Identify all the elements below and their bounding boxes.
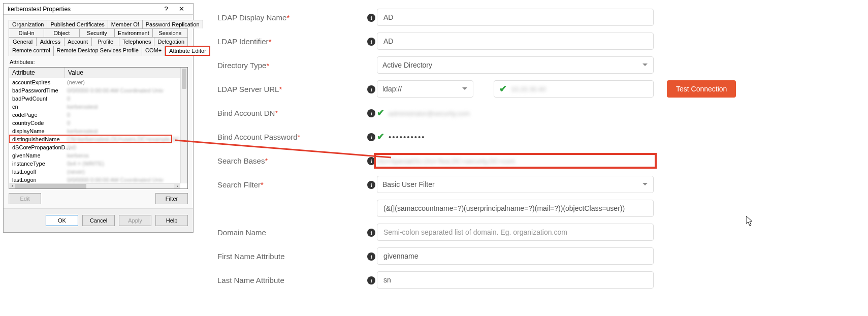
tab-account[interactable]: Account: [65, 37, 92, 46]
chevron-left-icon[interactable]: ‹: [9, 184, 15, 189]
url-scheme-select[interactable]: ldap://: [377, 80, 473, 98]
attr-row[interactable]: accountExpires(never): [9, 78, 187, 86]
tab-telephones[interactable]: Telephones: [119, 37, 154, 46]
attr-row[interactable]: givenNamekerberos: [9, 151, 187, 160]
info-icon[interactable]: i: [367, 276, 375, 285]
attribute-list[interactable]: Attribute Value accountExpires(never)bad…: [9, 67, 188, 189]
attr-value: 0/0/0000 0:00:00 AM Coordinated Univ: [65, 176, 187, 184]
info-icon[interactable]: i: [367, 109, 375, 117]
attr-row[interactable]: lastLogoff(never): [9, 168, 187, 176]
title-bar[interactable]: kerberostest Properties ? ✕: [4, 4, 193, 15]
info-icon[interactable]: i: [367, 133, 375, 141]
ldap-config-form: LDAP Display Name* i LDAP Identifier* i …: [208, 6, 858, 293]
chevron-right-icon[interactable]: ›: [174, 184, 180, 189]
attr-value: kerberostest: [65, 103, 187, 111]
tab-object[interactable]: Object: [44, 28, 79, 37]
attr-value: CN=kerberostest,OU=users,DC=example,DC: [65, 135, 187, 143]
ok-button[interactable]: OK: [46, 215, 78, 226]
tab-published-certificates[interactable]: Published Certificates: [47, 20, 108, 28]
attr-value: (never): [65, 78, 187, 86]
label-dir-type: Directory Type: [217, 61, 266, 70]
attr-row[interactable]: distinguishedNameCN=kerberostest,OU=user…: [9, 135, 187, 143]
attr-name: badPwdCount: [9, 94, 65, 103]
close-icon[interactable]: ✕: [174, 5, 189, 13]
identifier-input[interactable]: [377, 33, 654, 50]
info-icon[interactable]: i: [367, 157, 375, 165]
label-bind-pw: Bind Account Password: [217, 133, 298, 141]
attr-value: 0x0: [65, 143, 187, 151]
test-connection-button[interactable]: Test Connection: [667, 80, 736, 98]
tab-sessions[interactable]: Sessions: [153, 28, 188, 37]
tab-password-replication[interactable]: Password Replication: [143, 20, 203, 28]
tab-environment[interactable]: Environment: [115, 28, 153, 37]
cancel-button[interactable]: Cancel: [82, 215, 115, 226]
attr-row[interactable]: countryCode0: [9, 119, 187, 127]
attr-row[interactable]: dSCorePropagationD...0x0: [9, 143, 187, 151]
properties-dialog: kerberostest Properties ? ✕ Organization…: [3, 3, 194, 233]
attributes-label: Attributes:: [10, 59, 188, 65]
label-first-name: First Name Attribute: [217, 252, 285, 261]
bind-pw-input[interactable]: ✔••••••••••: [377, 131, 654, 142]
attr-row[interactable]: badPasswordTime0/0/0000 0:00:00 AM Coord…: [9, 86, 187, 94]
filter-button[interactable]: Filter: [155, 193, 188, 204]
attr-row[interactable]: displayNamekerberostest: [9, 127, 187, 135]
tab-organization[interactable]: Organization: [9, 20, 47, 28]
tab-remote-control[interactable]: Remote control: [9, 46, 54, 56]
tab-strip: OrganizationPublished CertificatesMember…: [9, 20, 188, 56]
attr-value: kerberostest: [65, 127, 187, 135]
attr-name: lastLogon: [9, 176, 65, 184]
info-icon[interactable]: i: [367, 181, 375, 189]
attr-row[interactable]: cnkerberostest: [9, 103, 187, 111]
attr-row[interactable]: lastLogon0/0/0000 0:00:00 AM Coordinated…: [9, 176, 187, 184]
search-bases-input[interactable]: OU=SpecialOU,OU=Test,DC=security,DC=com: [377, 156, 654, 165]
help-icon[interactable]: ?: [158, 5, 174, 13]
edit-button[interactable]: Edit: [9, 193, 41, 204]
tab-delegation[interactable]: Delegation: [154, 37, 188, 46]
tab-profile[interactable]: Profile: [92, 37, 119, 46]
last-name-input[interactable]: [377, 271, 654, 289]
tab-address[interactable]: Address: [37, 37, 64, 46]
attr-row[interactable]: instanceType0x4 = (WRITE): [9, 160, 187, 168]
scrollbar-horizontal[interactable]: ‹ ›: [9, 183, 180, 188]
attr-row[interactable]: badPwdCount0: [9, 94, 187, 103]
info-icon[interactable]: i: [367, 14, 375, 22]
tab-dial-in[interactable]: Dial-in: [9, 28, 44, 37]
domain-input[interactable]: [377, 224, 654, 241]
tab-security[interactable]: Security: [80, 28, 115, 37]
attr-value: 0: [65, 111, 187, 119]
search-filter-select[interactable]: Basic User Filter: [377, 176, 654, 193]
tab-member-of[interactable]: Member Of: [108, 20, 143, 28]
attr-name: instanceType: [9, 160, 65, 168]
check-icon: ✔: [499, 83, 507, 94]
attr-value: 0x4 = (WRITE): [65, 160, 187, 168]
apply-button[interactable]: Apply: [119, 215, 151, 226]
info-icon[interactable]: i: [367, 229, 375, 237]
directory-type-select[interactable]: Active Directory: [377, 56, 654, 74]
first-name-input[interactable]: [377, 247, 654, 265]
attr-row[interactable]: codePage0: [9, 111, 187, 119]
tab-remote-desktop-services-profile[interactable]: Remote Desktop Services Profile: [54, 46, 142, 56]
filter-expression-input[interactable]: [377, 200, 654, 217]
server-host-input[interactable]: ✔10.20.30.40: [494, 80, 654, 98]
attr-value: 0: [65, 119, 187, 127]
attr-name: accountExpires: [9, 78, 65, 86]
attr-name: countryCode: [9, 119, 65, 127]
tab-attribute-editor[interactable]: Attribute Editor: [165, 46, 210, 56]
help-button[interactable]: Help: [155, 215, 188, 226]
label-display-name: LDAP Display Name: [217, 13, 286, 22]
scrollbar-vertical[interactable]: [180, 68, 187, 183]
label-server-url: LDAP Server URL: [217, 85, 279, 93]
info-icon[interactable]: i: [367, 252, 375, 261]
info-icon[interactable]: i: [367, 38, 375, 46]
col-header-value[interactable]: Value: [65, 68, 187, 78]
bind-dn-input[interactable]: ✔administrator@security.com: [377, 107, 654, 118]
tab-com-[interactable]: COM+: [142, 46, 165, 56]
attr-name: badPasswordTime: [9, 86, 65, 94]
info-icon[interactable]: i: [367, 85, 375, 93]
tab-general[interactable]: General: [9, 37, 37, 46]
col-header-attribute[interactable]: Attribute: [9, 68, 65, 78]
attr-value: 0/0/0000 0:00:00 AM Coordinated Univ: [65, 86, 187, 94]
attr-name: codePage: [9, 111, 65, 119]
attr-name: givenName: [9, 151, 65, 160]
display-name-input[interactable]: [377, 9, 654, 26]
